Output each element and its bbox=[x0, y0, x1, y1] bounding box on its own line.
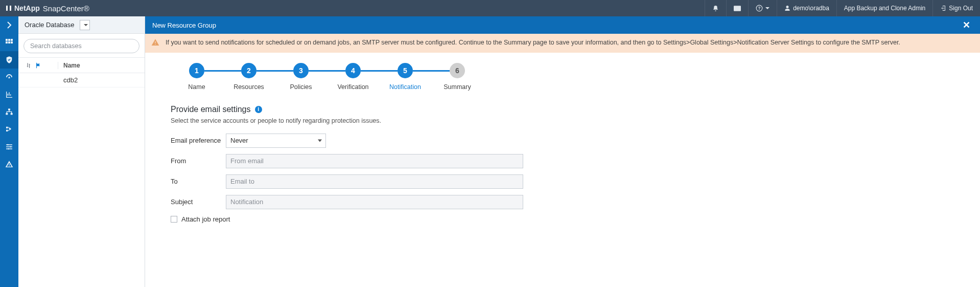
svg-rect-11 bbox=[6, 113, 8, 115]
step-notification[interactable]: 5Notification bbox=[379, 63, 431, 91]
resource-sidebar: Oracle Database Name cdb2 bbox=[18, 16, 145, 287]
nav-alerts[interactable] bbox=[0, 156, 18, 173]
nav-storage[interactable] bbox=[0, 121, 18, 138]
label-subject: Subject bbox=[171, 198, 226, 206]
bell-icon bbox=[712, 5, 719, 12]
svg-rect-9 bbox=[11, 41, 13, 43]
email-preference-select[interactable] bbox=[226, 134, 326, 148]
sliders-icon bbox=[5, 143, 13, 151]
nav-resources[interactable] bbox=[0, 51, 18, 69]
to-input[interactable] bbox=[226, 174, 523, 189]
help-icon: ? bbox=[756, 5, 763, 12]
nav-expand[interactable] bbox=[0, 16, 18, 34]
messages-button[interactable] bbox=[726, 0, 748, 16]
attach-report-label: Attach job report bbox=[181, 215, 230, 223]
chevron-down-icon bbox=[318, 139, 322, 142]
chevron-down-icon bbox=[765, 7, 769, 9]
brand: NetApp SnapCenter® bbox=[0, 4, 89, 13]
search-input[interactable] bbox=[24, 39, 139, 53]
chevron-down-icon bbox=[84, 24, 88, 26]
svg-rect-0 bbox=[6, 6, 8, 11]
warning-icon bbox=[151, 38, 159, 47]
step-summary[interactable]: 6Summary bbox=[431, 63, 483, 91]
svg-rect-8 bbox=[8, 41, 10, 43]
attach-report-row[interactable]: Attach job report bbox=[171, 215, 970, 223]
grid-icon bbox=[5, 38, 13, 47]
label-to: To bbox=[171, 178, 226, 185]
svg-rect-7 bbox=[6, 41, 8, 43]
step-verification[interactable]: 4Verification bbox=[327, 63, 379, 91]
svg-point-16 bbox=[7, 144, 9, 146]
svg-rect-12 bbox=[11, 113, 13, 115]
user-menu[interactable]: demo\oradba bbox=[777, 0, 836, 16]
nav-dashboard[interactable] bbox=[0, 34, 18, 51]
table-row[interactable]: cdb2 bbox=[18, 73, 145, 87]
nav-reports[interactable] bbox=[0, 86, 18, 103]
gauge-icon bbox=[5, 73, 13, 81]
step-policies[interactable]: 3Policies bbox=[275, 63, 327, 91]
svg-rect-14 bbox=[6, 130, 8, 131]
sidebar-title: Oracle Database bbox=[25, 21, 75, 29]
nav-monitor[interactable] bbox=[0, 69, 18, 86]
row-name: cdb2 bbox=[58, 76, 145, 84]
chevron-right-icon bbox=[7, 21, 12, 29]
content-area: New Resource Group ✕ If you want to send… bbox=[145, 16, 980, 287]
section-subtitle: Select the service accounts or people to… bbox=[171, 117, 970, 124]
from-input[interactable] bbox=[226, 154, 523, 168]
page-title: New Resource Group bbox=[152, 21, 216, 29]
flag-icon[interactable] bbox=[35, 62, 42, 69]
svg-rect-1 bbox=[10, 6, 11, 11]
svg-point-17 bbox=[10, 146, 11, 148]
content-header: New Resource Group ✕ bbox=[145, 16, 980, 34]
hierarchy-icon bbox=[5, 108, 13, 116]
close-button[interactable]: ✕ bbox=[960, 19, 973, 31]
svg-rect-5 bbox=[8, 39, 10, 41]
help-button[interactable]: ? bbox=[748, 0, 777, 16]
mail-icon bbox=[734, 6, 741, 11]
step-name[interactable]: 1Name bbox=[171, 63, 223, 91]
left-nav bbox=[0, 16, 18, 287]
sidebar-header: Oracle Database bbox=[18, 16, 145, 34]
user-icon bbox=[784, 5, 790, 11]
step-resources[interactable]: 2Resources bbox=[223, 63, 275, 91]
nav-hosts[interactable] bbox=[0, 103, 18, 121]
signout-icon bbox=[940, 5, 946, 11]
sign-out-button[interactable]: Sign Out bbox=[932, 0, 980, 16]
warning-banner: If you want to send notifications for sc… bbox=[145, 34, 980, 53]
nav-settings[interactable] bbox=[0, 138, 18, 156]
vendor-logo: NetApp bbox=[5, 4, 40, 12]
vendor-name: NetApp bbox=[14, 4, 40, 12]
shield-check-icon bbox=[5, 56, 13, 64]
alert-icon bbox=[5, 160, 13, 168]
warning-text: If you want to send notifications for sc… bbox=[166, 39, 900, 46]
top-bar: NetApp SnapCenter® ? demo\oradba App Bac… bbox=[0, 0, 980, 16]
product-name: SnapCenter® bbox=[43, 4, 89, 13]
svg-rect-6 bbox=[11, 39, 13, 41]
chart-icon bbox=[5, 91, 13, 99]
role-label[interactable]: App Backup and Clone Admin bbox=[836, 0, 932, 16]
svg-text:?: ? bbox=[758, 6, 761, 11]
svg-rect-13 bbox=[6, 127, 8, 128]
svg-rect-10 bbox=[8, 108, 10, 110]
column-name[interactable]: Name bbox=[58, 62, 145, 69]
user-name: demo\oradba bbox=[793, 5, 829, 12]
sidebar-table-header: Name bbox=[18, 58, 145, 73]
blocks-icon bbox=[5, 125, 13, 134]
label-from: From bbox=[171, 157, 226, 165]
sidebar-dropdown[interactable] bbox=[80, 20, 90, 30]
section-title: Provide email settings i bbox=[171, 105, 970, 114]
svg-point-18 bbox=[8, 148, 9, 150]
wizard-stepper: 1Name 2Resources 3Policies 4Verification… bbox=[171, 63, 970, 91]
checkbox-icon[interactable] bbox=[171, 216, 177, 223]
info-icon[interactable]: i bbox=[255, 106, 262, 113]
subject-input[interactable] bbox=[226, 195, 523, 209]
svg-rect-4 bbox=[6, 39, 8, 41]
notifications-button[interactable] bbox=[705, 0, 726, 16]
sort-icon[interactable] bbox=[26, 62, 33, 69]
label-email-preference: Email preference bbox=[171, 137, 226, 144]
